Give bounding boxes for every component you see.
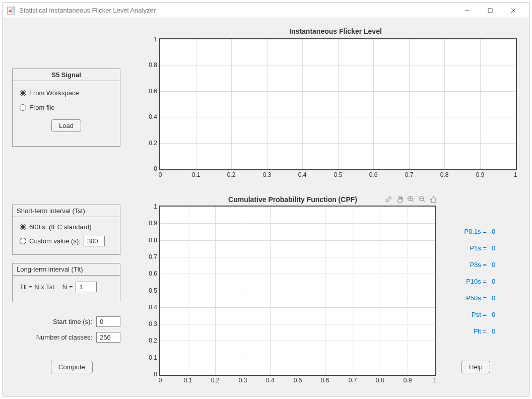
n-input[interactable]: 1 bbox=[76, 282, 97, 292]
y-tick-label: 0.2 bbox=[140, 337, 157, 344]
close-button[interactable] bbox=[502, 3, 525, 18]
grid-line bbox=[231, 39, 232, 169]
long-term-header: Long-term interval (Tlt) bbox=[13, 263, 120, 276]
y-tick-label: 0.3 bbox=[140, 320, 157, 327]
maximize-button[interactable] bbox=[479, 3, 502, 18]
stat-p1s: P1s =0 bbox=[441, 244, 497, 252]
app-window: Statistical Instantaneous Flicker Level … bbox=[3, 3, 529, 396]
custom-value-input[interactable]: 300 bbox=[84, 236, 105, 246]
radio-from-workspace[interactable]: From Workspace bbox=[20, 89, 113, 97]
axes-toolbar bbox=[385, 195, 437, 205]
radio-label: 600 s. (IEC standard) bbox=[29, 223, 92, 231]
chart2-axes[interactable]: 00.10.20.30.40.50.60.70.80.9100.10.20.30… bbox=[159, 206, 436, 376]
x-tick-label: 0.1 bbox=[184, 377, 192, 384]
y-tick-label: 0.1 bbox=[140, 354, 157, 361]
tlt-formula-label: Tlt = N x Tst bbox=[20, 283, 54, 291]
s5-signal-header: S5 Signal bbox=[13, 69, 120, 81]
y-tick-label: 0.9 bbox=[140, 220, 157, 227]
x-tick-label: 0.9 bbox=[476, 171, 485, 178]
y-tick-label: 0 bbox=[140, 371, 157, 378]
grid-line bbox=[160, 117, 516, 117]
x-tick-label: 0.7 bbox=[349, 377, 357, 384]
x-tick-label: 1 bbox=[514, 171, 517, 178]
grid-line bbox=[160, 65, 516, 65]
y-tick-label: 0.4 bbox=[140, 304, 157, 311]
grid-line bbox=[160, 143, 516, 144]
y-tick-label: 0.2 bbox=[140, 140, 157, 147]
x-tick-label: 0.2 bbox=[227, 171, 236, 178]
x-tick-label: 0 bbox=[159, 171, 162, 178]
radio-from-file[interactable]: From file bbox=[20, 104, 113, 111]
x-tick-label: 0.5 bbox=[334, 171, 343, 178]
brush-icon[interactable] bbox=[385, 195, 393, 205]
x-tick-label: 0.6 bbox=[369, 171, 378, 178]
x-tick-label: 0 bbox=[159, 377, 162, 384]
stat-p01s: P0.1s =0 bbox=[441, 228, 497, 235]
radio-iec-standard[interactable]: 600 s. (IEC standard) bbox=[20, 223, 113, 231]
x-tick-label: 0.7 bbox=[405, 171, 414, 178]
short-term-panel: Short-term interval (Tst) 600 s. (IEC st… bbox=[12, 205, 120, 255]
zoom-out-icon[interactable] bbox=[418, 195, 426, 205]
grid-line bbox=[160, 291, 435, 291]
radio-icon bbox=[20, 224, 26, 230]
grid-line bbox=[160, 257, 435, 257]
content-area: S5 Signal From Workspace From file Load … bbox=[3, 18, 529, 396]
svg-line-11 bbox=[423, 201, 425, 203]
grid-line bbox=[444, 39, 445, 169]
radio-label: Custom value (s): bbox=[29, 237, 81, 245]
grid-line bbox=[160, 240, 435, 241]
y-tick-label: 0.6 bbox=[140, 270, 157, 277]
stat-p3s: P3s =0 bbox=[441, 261, 497, 269]
x-tick-label: 0.1 bbox=[192, 171, 201, 178]
help-button[interactable]: Help bbox=[461, 361, 490, 373]
grid-line bbox=[480, 39, 481, 169]
x-tick-label: 0.6 bbox=[321, 377, 329, 384]
grid-line bbox=[160, 341, 435, 341]
x-tick-label: 0.9 bbox=[404, 377, 412, 384]
stats-block: P0.1s =0 P1s =0 P3s =0 P10s =0 P50s =0 P… bbox=[441, 219, 497, 344]
x-tick-label: 0.4 bbox=[298, 171, 307, 178]
stat-p50s: P50s =0 bbox=[441, 294, 497, 302]
start-time-input[interactable]: 0 bbox=[96, 316, 120, 327]
chart1-title: Instantaneous Flicker Level bbox=[154, 27, 517, 35]
grid-line bbox=[160, 358, 435, 358]
chart1-axes[interactable]: 00.10.20.30.40.50.60.70.80.9100.20.40.60… bbox=[159, 38, 517, 170]
x-tick-label: 1 bbox=[433, 377, 437, 384]
y-tick-label: 0.8 bbox=[140, 61, 157, 69]
load-button[interactable]: Load bbox=[51, 119, 81, 132]
x-tick-label: 0.2 bbox=[211, 377, 220, 384]
svg-rect-1 bbox=[11, 8, 14, 13]
y-tick-label: 1 bbox=[140, 36, 157, 43]
svg-line-7 bbox=[412, 201, 414, 203]
window-title: Statistical Instantaneous Flicker Level … bbox=[19, 7, 455, 14]
radio-custom-value[interactable]: Custom value (s): 300 bbox=[20, 236, 113, 246]
home-icon[interactable] bbox=[429, 195, 437, 205]
titlebar: Statistical Instantaneous Flicker Level … bbox=[3, 3, 529, 18]
stat-plt: Plt =0 bbox=[441, 327, 497, 335]
grid-line bbox=[302, 39, 303, 169]
y-tick-label: 0.7 bbox=[140, 253, 157, 260]
radio-icon bbox=[20, 90, 26, 96]
grid-line bbox=[373, 39, 374, 169]
y-tick-label: 0.4 bbox=[140, 113, 157, 120]
svg-rect-3 bbox=[488, 9, 492, 13]
params-block: Start time (s): 0 Number of classes: 256 bbox=[12, 311, 120, 348]
stat-p10s: P10s =0 bbox=[441, 278, 497, 285]
zoom-in-icon[interactable] bbox=[407, 195, 415, 205]
number-classes-input[interactable]: 256 bbox=[96, 332, 120, 343]
pan-icon[interactable] bbox=[396, 195, 404, 205]
grid-line bbox=[267, 39, 268, 169]
s5-signal-panel: S5 Signal From Workspace From file Load bbox=[12, 69, 120, 147]
radio-icon bbox=[20, 238, 26, 244]
radio-label: From file bbox=[29, 104, 55, 111]
compute-button[interactable]: Compute bbox=[51, 361, 93, 373]
grid-line bbox=[160, 91, 516, 92]
minimize-button[interactable] bbox=[455, 3, 479, 18]
x-tick-label: 0.8 bbox=[376, 377, 384, 384]
x-tick-label: 0.3 bbox=[239, 377, 247, 384]
long-term-panel: Long-term interval (Tlt) Tlt = N x Tst N… bbox=[12, 263, 120, 302]
y-tick-label: 0.5 bbox=[140, 287, 157, 294]
y-tick-label: 0.6 bbox=[140, 88, 157, 95]
n-label: N = bbox=[62, 283, 73, 291]
radio-label: From Workspace bbox=[29, 89, 79, 97]
